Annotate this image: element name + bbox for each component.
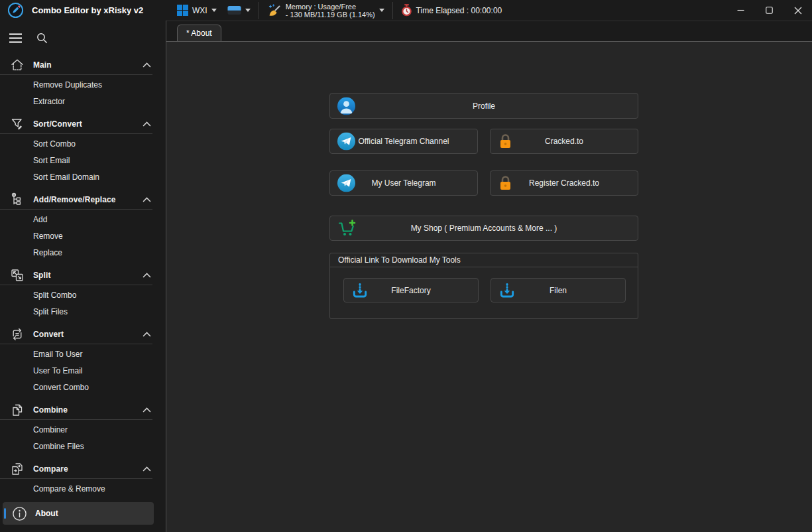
compare-icon — [9, 461, 25, 477]
filen-button[interactable]: Filen — [491, 278, 626, 302]
button-label: Register Cracked.to — [529, 178, 599, 188]
sidebar-item-add[interactable]: Add — [0, 212, 166, 228]
sidebar-item-combine-files[interactable]: Combine Files — [0, 438, 166, 455]
sidebar-item-split-combo[interactable]: Split Combo — [0, 287, 166, 304]
lock-icon — [498, 133, 513, 150]
button-label: FileFactory — [391, 286, 430, 295]
telegram-icon — [337, 133, 355, 151]
my-user-telegram-button[interactable]: My User Telegram — [329, 170, 478, 196]
section-label: Compare — [33, 464, 143, 474]
download-icon — [498, 282, 516, 299]
sidebar-item-sort-email-domain[interactable]: Sort Email Domain — [0, 169, 166, 186]
caret-down-icon — [211, 9, 217, 12]
download-tools-group: Official Link To Download My Tools FileF… — [329, 253, 638, 319]
memory-line1: Memory : Usage/Free — [286, 3, 375, 11]
chevron-up-icon — [143, 407, 151, 413]
cart-plus-icon — [337, 220, 357, 237]
section-label: Split — [33, 271, 143, 280]
sidebar-section-add-remove-replace: Add/Remove/Replace Add Remove Replace — [0, 190, 166, 261]
sidebar-item-combiner[interactable]: Combiner — [0, 422, 166, 438]
chevron-up-icon — [143, 273, 151, 278]
toolbar: WXI — [166, 0, 812, 21]
sidebar-item-sort-combo[interactable]: Sort Combo — [0, 136, 166, 153]
close-button[interactable] — [783, 0, 812, 21]
section-label: Add/Remove/Replace — [33, 195, 143, 204]
memory-line2: - 130 MB/11.19 GB (1.14%) — [286, 11, 375, 19]
sidebar-section-split: Split Split Combo Split Files — [0, 266, 166, 320]
titlebar-left: Combo Editor by xRisky v2 — [0, 0, 166, 21]
sidebar-item-sort-email[interactable]: Sort Email — [0, 153, 166, 169]
tree-icon — [9, 192, 25, 208]
about-panel: Profile Official Telegram Channel — [329, 93, 638, 366]
sidebar-section-header-split[interactable]: Split — [0, 266, 152, 285]
button-label: My User Telegram — [371, 178, 435, 188]
sidebar-item-split-files[interactable]: Split Files — [0, 304, 166, 320]
sidebar-item-replace[interactable]: Replace — [0, 245, 166, 261]
sidebar-item-extractor[interactable]: Extractor — [0, 94, 166, 110]
split-icon — [9, 267, 25, 283]
sidebar-item-compare-remove[interactable]: Compare & Remove — [0, 481, 166, 498]
sidebar-section-header-convert[interactable]: Convert — [0, 325, 152, 344]
lock-icon — [498, 174, 513, 192]
sidebar-section-header-add-remove-replace[interactable]: Add/Remove/Replace — [0, 190, 152, 210]
time-elapsed-label: Time Elapsed : 00:00:00 — [416, 6, 502, 15]
search-icon[interactable] — [36, 33, 48, 44]
sidebar-section-main: Main Remove Duplicates Extractor — [0, 56, 166, 110]
sidebar-nav: Main Remove Duplicates Extractor — [0, 56, 166, 525]
chevron-up-icon — [143, 62, 151, 68]
info-icon — [12, 506, 27, 521]
tab-strip: * About — [166, 21, 812, 42]
download-tools-group-title: Official Link To Download My Tools — [330, 253, 638, 267]
telegram-icon — [337, 174, 355, 192]
sidebar-section-convert: Convert Email To User User To Email Conv… — [0, 325, 166, 396]
button-label: Profile — [473, 101, 495, 111]
chevron-up-icon — [143, 332, 151, 337]
sidebar-item-remove[interactable]: Remove — [0, 228, 166, 245]
filefactory-button[interactable]: FileFactory — [343, 278, 479, 302]
sidebar-item-user-to-email[interactable]: User To Email — [0, 363, 166, 379]
register-cracked-to-button[interactable]: Register Cracked.to — [490, 170, 638, 196]
sidebar-section-header-combine[interactable]: Combine — [0, 401, 152, 420]
telegram-channel-button[interactable]: Official Telegram Channel — [329, 129, 478, 154]
sidebar-section-header-compare[interactable]: Compare — [0, 460, 152, 479]
windows-logo-icon — [177, 5, 188, 16]
window-controls — [726, 0, 812, 21]
os-version-label: WXI — [192, 6, 207, 15]
minimize-button[interactable] — [726, 0, 755, 21]
my-shop-button[interactable]: My Shop ( Premium Accounts & More ... ) — [329, 216, 638, 241]
button-label: Cracked.to — [545, 137, 583, 146]
combine-icon — [9, 402, 25, 418]
caret-down-icon — [379, 9, 384, 12]
button-label: My Shop ( Premium Accounts & More ... ) — [411, 224, 557, 233]
window-title: Combo Editor by xRisky v2 — [32, 5, 143, 15]
memory-status-dropdown[interactable]: Memory : Usage/Free - 130 MB/11.19 GB (1… — [267, 3, 384, 19]
sidebar-section-combine: Combine Combiner Combine Files — [0, 401, 166, 455]
app-logo-icon — [7, 2, 24, 19]
cracked-to-button[interactable]: Cracked.to — [490, 129, 638, 154]
selection-accent-bar — [4, 508, 6, 519]
chevron-up-icon — [143, 197, 151, 202]
sidebar-item-about[interactable]: About — [3, 502, 154, 525]
toolbar-separator — [259, 2, 259, 19]
memory-status-text: Memory : Usage/Free - 130 MB/11.19 GB (1… — [286, 3, 375, 19]
os-version-dropdown[interactable]: WXI — [177, 5, 217, 16]
time-elapsed-status: Time Elapsed : 00:00:00 — [401, 4, 502, 17]
profile-button[interactable]: Profile — [329, 93, 638, 119]
display-dropdown[interactable] — [227, 5, 251, 15]
sidebar-item-email-to-user[interactable]: Email To User — [0, 346, 166, 363]
tab-about[interactable]: * About — [177, 25, 221, 41]
broom-icon — [267, 3, 282, 18]
hamburger-menu-icon[interactable] — [9, 33, 22, 43]
maximize-button[interactable] — [755, 0, 783, 21]
about-page: Profile Official Telegram Channel — [166, 42, 812, 532]
sidebar-item-remove-duplicates[interactable]: Remove Duplicates — [0, 77, 166, 94]
sidebar-section-compare: Compare Compare & Remove — [0, 460, 166, 498]
sidebar-item-convert-combo[interactable]: Convert Combo — [0, 379, 166, 396]
download-icon — [351, 282, 369, 299]
sidebar-section-header-sort-convert[interactable]: Sort/Convert — [0, 115, 152, 134]
sidebar-section-sort-convert: Sort/Convert Sort Combo Sort Email Sort … — [0, 115, 166, 186]
chevron-up-icon — [143, 121, 151, 127]
sidebar-section-header-main[interactable]: Main — [0, 56, 152, 75]
sidebar-toolbar — [0, 30, 166, 46]
toolbar-separator — [392, 2, 393, 19]
